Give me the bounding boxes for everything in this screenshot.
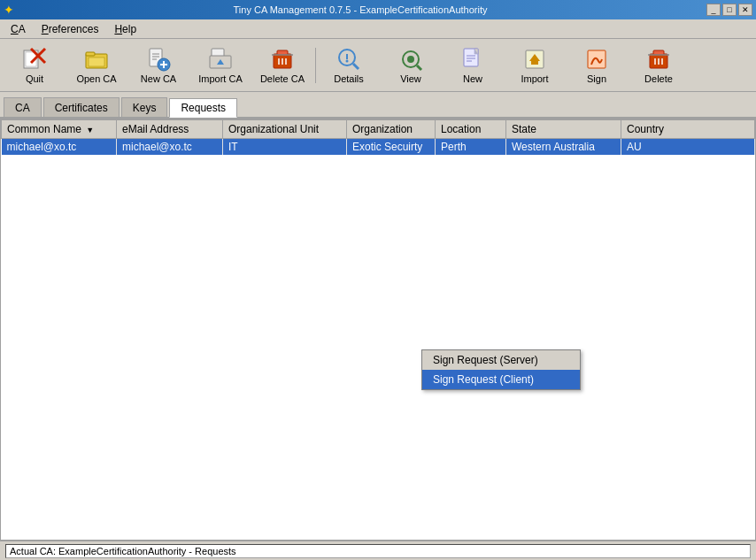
toolbar: Quit Open CA New CA: [0, 39, 756, 92]
close-button[interactable]: ✕: [738, 4, 752, 16]
table-row[interactable]: michael@xo.tcmichael@xo.tcITExotic Secui…: [2, 139, 755, 156]
ctx-sign-client[interactable]: Sign Request (Client): [422, 370, 580, 389]
open-ca-icon: [84, 47, 109, 72]
tabbar: CA Certificates Keys Requests: [0, 92, 756, 119]
table-cell: Exotic Secuirty: [347, 139, 436, 156]
svg-point-29: [407, 56, 414, 63]
svg-rect-6: [89, 58, 104, 66]
window-title: Tiny CA Management 0.7.5 - ExampleCertif…: [234, 4, 488, 15]
maximize-button[interactable]: □: [722, 4, 737, 16]
toolbar-separator-1: [315, 48, 316, 83]
new-icon: [460, 47, 485, 72]
table-cell: IT: [223, 139, 347, 156]
statusbar-text: Actual CA: ExampleCertificationAuthority…: [5, 544, 751, 558]
import-button[interactable]: Import: [504, 42, 566, 89]
col-header-org[interactable]: Organization: [347, 120, 436, 139]
sign-icon: [584, 47, 609, 72]
col-header-state[interactable]: State: [506, 120, 621, 139]
view-label: View: [400, 73, 421, 84]
open-ca-button[interactable]: Open CA: [66, 42, 127, 89]
statusbar: Actual CA: ExampleCertificationAuthority…: [0, 541, 756, 560]
svg-rect-5: [86, 52, 95, 56]
delete-ca-icon: [270, 47, 295, 72]
view-icon: [398, 47, 423, 72]
new-ca-label: New CA: [141, 73, 176, 84]
svg-rect-38: [531, 61, 538, 65]
delete-ca-label: Delete CA: [260, 73, 305, 84]
new-ca-button[interactable]: New CA: [127, 42, 189, 89]
svg-line-28: [417, 65, 421, 70]
open-ca-label: Open CA: [76, 73, 116, 84]
table-cell: Western Australia: [506, 139, 621, 156]
col-header-common-name[interactable]: Common Name ▼: [2, 120, 117, 139]
titlebar: ✦ Tiny CA Management 0.7.5 - ExampleCert…: [0, 0, 756, 19]
titlebar-left: ✦: [4, 3, 14, 17]
col-header-org-unit[interactable]: Organizational Unit: [223, 120, 347, 139]
details-icon: [336, 47, 361, 72]
minimize-button[interactable]: _: [706, 4, 721, 16]
import-label: Import: [521, 73, 548, 84]
quit-icon: [22, 47, 47, 72]
main-content: Common Name ▼ eMail Address Organization…: [0, 119, 756, 541]
table-cell: michael@xo.tc: [2, 139, 117, 156]
sign-button[interactable]: Sign: [566, 42, 628, 89]
svg-line-24: [353, 64, 359, 69]
delete-ca-button[interactable]: Delete CA: [251, 42, 313, 89]
quit-label: Quit: [26, 73, 43, 84]
status-text: Actual CA: ExampleCertificationAuthority…: [10, 546, 236, 556]
app-icon: ✦: [4, 3, 14, 17]
col-header-country[interactable]: Country: [621, 120, 755, 139]
titlebar-controls: _ □ ✕: [706, 4, 752, 16]
sign-label: Sign: [587, 73, 606, 84]
view-button[interactable]: View: [380, 42, 442, 89]
details-label: Details: [334, 73, 364, 84]
new-button[interactable]: New: [442, 42, 504, 89]
svg-point-26: [346, 59, 349, 62]
delete-button[interactable]: Delete: [628, 42, 690, 89]
new-label: New: [463, 73, 482, 84]
tab-ca[interactable]: CA: [4, 97, 42, 117]
menu-ca[interactable]: CA: [4, 21, 33, 37]
ctx-sign-server[interactable]: Sign Request (Server): [422, 350, 580, 370]
tab-certificates[interactable]: Certificates: [43, 97, 120, 117]
table-body: michael@xo.tcmichael@xo.tcITExotic Secui…: [2, 139, 755, 156]
menu-help[interactable]: Help: [107, 21, 143, 37]
new-ca-icon: [146, 47, 171, 72]
delete-icon: [646, 47, 671, 72]
col-header-email[interactable]: eMail Address: [117, 120, 223, 139]
import-icon: [522, 47, 547, 72]
menubar: CA Preferences Help: [0, 19, 756, 39]
details-button[interactable]: Details: [318, 42, 380, 89]
table-cell: michael@xo.tc: [117, 139, 223, 156]
sort-arrow-common: ▼: [86, 126, 94, 134]
quit-button[interactable]: Quit: [4, 42, 66, 89]
import-ca-label: Import CA: [198, 73, 243, 84]
menu-preferences[interactable]: Preferences: [35, 21, 106, 37]
import-ca-button[interactable]: Import CA: [189, 42, 251, 89]
tab-keys[interactable]: Keys: [121, 97, 168, 117]
requests-table: Common Name ▼ eMail Address Organization…: [1, 119, 755, 155]
tab-requests[interactable]: Requests: [169, 98, 237, 118]
table-cell: AU: [621, 139, 755, 156]
context-menu: Sign Request (Server) Sign Request (Clie…: [421, 349, 581, 390]
col-header-location[interactable]: Location: [436, 120, 506, 139]
import-ca-icon: [208, 47, 233, 72]
table-cell: Perth: [436, 139, 506, 156]
delete-label: Delete: [644, 73, 673, 84]
